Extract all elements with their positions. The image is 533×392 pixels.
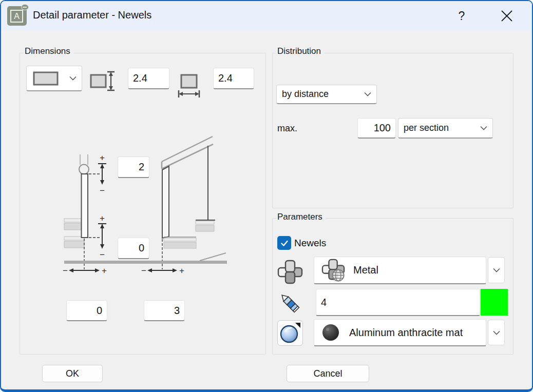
chevron-down-icon <box>480 126 487 130</box>
ok-button-label: OK <box>66 368 79 379</box>
detail-parameter-dialog: A Detail parameter - Newels ? Dimensions <box>0 0 533 392</box>
plus-sign: + <box>100 153 105 163</box>
pen-color-swatch[interactable] <box>481 289 508 316</box>
pen-icon <box>277 290 302 316</box>
close-button[interactable] <box>495 6 519 26</box>
bottom-extension-input[interactable] <box>118 238 149 259</box>
parameters-group-title: Parameters <box>276 212 326 222</box>
help-icon: ? <box>459 9 465 23</box>
chevron-down-icon <box>493 268 500 272</box>
minus-sign: − <box>100 186 105 195</box>
material-sphere-icon <box>321 323 340 342</box>
max-unit-select[interactable]: per section <box>398 118 493 139</box>
top-extension-input[interactable] <box>118 156 149 178</box>
cross-section-globe-icon <box>321 259 346 282</box>
app-icon-letter: A <box>10 10 23 23</box>
left-offset-input[interactable] <box>66 300 107 321</box>
pen-thickness-input[interactable] <box>316 289 480 316</box>
plus-sign: + <box>100 213 105 223</box>
chevron-down-icon <box>69 76 77 81</box>
newel-width-icon <box>178 73 200 99</box>
app-icon: A <box>7 6 27 26</box>
newel-width-input[interactable] <box>213 68 254 89</box>
chevron-down-icon <box>364 92 371 96</box>
app-icon-badge <box>21 4 29 10</box>
distribution-mode-value: by distance <box>277 89 364 100</box>
plus-sign: + <box>102 266 107 276</box>
material-value: Metal <box>353 264 378 276</box>
chevron-down-icon <box>493 330 500 335</box>
newels-label: Newels <box>294 238 326 249</box>
titlebar: A Detail parameter - Newels ? <box>1 1 532 31</box>
distribution-mode-select[interactable]: by distance <box>276 85 377 104</box>
distribution-group-title: Distribution <box>276 46 324 56</box>
profile-shape-select[interactable] <box>26 66 82 91</box>
ok-button[interactable]: OK <box>42 365 103 382</box>
plus-sign: + <box>179 266 184 276</box>
newel-height-icon <box>89 71 116 91</box>
cross-section-icon <box>277 260 303 284</box>
right-offset-input[interactable] <box>144 300 185 321</box>
minus-sign: − <box>141 266 146 276</box>
surface-dropdown-button[interactable] <box>488 320 505 345</box>
close-icon <box>500 9 513 23</box>
minus-sign: − <box>63 266 68 276</box>
surface-select[interactable]: Aluminum anthracite mat <box>314 319 486 346</box>
surface-value: Aluminum anthracite mat <box>349 327 463 339</box>
max-unit-value: per section <box>398 123 480 133</box>
help-button[interactable]: ? <box>452 6 471 26</box>
max-count-input[interactable] <box>357 118 396 139</box>
material-dropdown-button[interactable] <box>488 257 505 283</box>
cancel-button[interactable]: Cancel <box>287 365 369 382</box>
window-title: Detail parameter - Newels <box>33 9 151 21</box>
surface-sphere-icon <box>278 321 302 345</box>
material-select[interactable]: Metal <box>314 257 486 284</box>
dimensions-group-title: Dimensions <box>24 46 73 56</box>
max-label: max. <box>277 123 297 134</box>
surface-button[interactable] <box>277 320 303 346</box>
cancel-button-label: Cancel <box>313 368 342 379</box>
check-icon <box>279 238 290 248</box>
newel-height-input[interactable] <box>128 68 169 89</box>
minus-sign: − <box>100 250 105 260</box>
profile-shape-icon <box>33 70 60 87</box>
newels-checkbox[interactable] <box>277 236 291 250</box>
